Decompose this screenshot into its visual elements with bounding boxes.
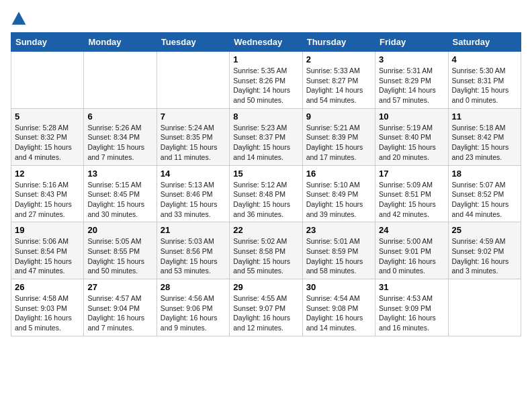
day-number: 9 bbox=[306, 111, 371, 122]
day-number: 4 bbox=[452, 54, 517, 64]
calendar-table: SundayMondayTuesdayWednesdayThursdayFrid… bbox=[11, 32, 521, 336]
day-info: Sunrise: 5:01 AMSunset: 8:59 PMDaylight:… bbox=[306, 236, 371, 276]
day-info: Sunrise: 5:10 AMSunset: 8:49 PMDaylight:… bbox=[306, 180, 371, 220]
calendar-cell: 11Sunrise: 5:18 AMSunset: 8:42 PMDayligh… bbox=[448, 108, 521, 165]
calendar-week-row: 19Sunrise: 5:06 AMSunset: 8:54 PMDayligh… bbox=[11, 222, 521, 279]
weekday-row: SundayMondayTuesdayWednesdayThursdayFrid… bbox=[11, 33, 521, 52]
calendar-cell: 10Sunrise: 5:19 AMSunset: 8:40 PMDayligh… bbox=[375, 108, 448, 165]
svg-marker-0 bbox=[12, 12, 26, 25]
day-number: 30 bbox=[306, 282, 371, 292]
calendar-cell bbox=[448, 279, 521, 336]
weekday-header: Saturday bbox=[448, 33, 521, 52]
calendar-cell: 29Sunrise: 4:55 AMSunset: 9:07 PMDayligh… bbox=[230, 279, 302, 336]
day-info: Sunrise: 5:05 AMSunset: 8:55 PMDaylight:… bbox=[87, 236, 152, 276]
weekday-header: Friday bbox=[375, 33, 448, 52]
day-number: 20 bbox=[87, 225, 152, 235]
day-number: 5 bbox=[15, 111, 80, 122]
day-info: Sunrise: 5:24 AMSunset: 8:35 PMDaylight:… bbox=[161, 123, 226, 163]
day-number: 11 bbox=[452, 111, 517, 122]
calendar-cell: 6Sunrise: 5:26 AMSunset: 8:34 PMDaylight… bbox=[84, 108, 157, 165]
day-number: 10 bbox=[379, 111, 444, 122]
calendar-cell: 28Sunrise: 4:56 AMSunset: 9:06 PMDayligh… bbox=[157, 279, 229, 336]
day-number: 27 bbox=[87, 282, 152, 292]
weekday-header: Tuesday bbox=[157, 33, 229, 52]
day-number: 7 bbox=[161, 111, 226, 122]
day-number: 12 bbox=[15, 169, 80, 179]
day-info: Sunrise: 5:07 AMSunset: 8:52 PMDaylight:… bbox=[452, 180, 517, 220]
calendar-body: 1Sunrise: 5:35 AMSunset: 8:26 PMDaylight… bbox=[11, 52, 521, 336]
logo-icon bbox=[11, 11, 27, 27]
calendar-cell: 17Sunrise: 5:09 AMSunset: 8:51 PMDayligh… bbox=[375, 165, 448, 222]
calendar-cell: 4Sunrise: 5:30 AMSunset: 8:31 PMDaylight… bbox=[448, 52, 521, 109]
calendar-cell: 3Sunrise: 5:31 AMSunset: 8:29 PMDaylight… bbox=[375, 52, 448, 109]
day-info: Sunrise: 5:23 AMSunset: 8:37 PMDaylight:… bbox=[233, 123, 298, 163]
day-info: Sunrise: 4:58 AMSunset: 9:03 PMDaylight:… bbox=[15, 293, 80, 333]
weekday-header: Monday bbox=[84, 33, 157, 52]
day-number: 1 bbox=[233, 54, 298, 64]
calendar-cell: 21Sunrise: 5:03 AMSunset: 8:56 PMDayligh… bbox=[157, 222, 229, 279]
day-number: 17 bbox=[379, 169, 444, 179]
day-info: Sunrise: 5:35 AMSunset: 8:26 PMDaylight:… bbox=[233, 66, 298, 105]
day-number: 15 bbox=[233, 169, 298, 179]
calendar-cell: 24Sunrise: 5:00 AMSunset: 9:01 PMDayligh… bbox=[375, 222, 448, 279]
weekday-header: Thursday bbox=[302, 33, 375, 52]
calendar-cell bbox=[157, 52, 229, 109]
calendar-cell: 13Sunrise: 5:15 AMSunset: 8:45 PMDayligh… bbox=[84, 165, 157, 222]
calendar-cell: 12Sunrise: 5:16 AMSunset: 8:43 PMDayligh… bbox=[11, 165, 84, 222]
calendar-cell: 14Sunrise: 5:13 AMSunset: 8:46 PMDayligh… bbox=[157, 165, 229, 222]
calendar-cell: 8Sunrise: 5:23 AMSunset: 8:37 PMDaylight… bbox=[230, 108, 302, 165]
day-number: 28 bbox=[161, 282, 226, 292]
day-info: Sunrise: 5:15 AMSunset: 8:45 PMDaylight:… bbox=[87, 180, 152, 220]
day-info: Sunrise: 5:33 AMSunset: 8:27 PMDaylight:… bbox=[306, 66, 371, 105]
day-info: Sunrise: 4:53 AMSunset: 9:09 PMDaylight:… bbox=[379, 293, 444, 333]
logo bbox=[11, 11, 30, 27]
calendar-cell: 5Sunrise: 5:28 AMSunset: 8:32 PMDaylight… bbox=[11, 108, 84, 165]
calendar-cell: 20Sunrise: 5:05 AMSunset: 8:55 PMDayligh… bbox=[84, 222, 157, 279]
day-info: Sunrise: 5:06 AMSunset: 8:54 PMDaylight:… bbox=[15, 236, 80, 276]
day-number: 29 bbox=[233, 282, 298, 292]
day-number: 18 bbox=[452, 169, 517, 179]
day-info: Sunrise: 5:30 AMSunset: 8:31 PMDaylight:… bbox=[452, 66, 517, 105]
calendar-cell: 31Sunrise: 4:53 AMSunset: 9:09 PMDayligh… bbox=[375, 279, 448, 336]
calendar-cell: 7Sunrise: 5:24 AMSunset: 8:35 PMDaylight… bbox=[157, 108, 229, 165]
day-info: Sunrise: 4:59 AMSunset: 9:02 PMDaylight:… bbox=[452, 236, 517, 276]
calendar-header: SundayMondayTuesdayWednesdayThursdayFrid… bbox=[11, 33, 521, 52]
weekday-header: Wednesday bbox=[230, 33, 302, 52]
day-number: 25 bbox=[452, 225, 517, 235]
calendar-week-row: 26Sunrise: 4:58 AMSunset: 9:03 PMDayligh… bbox=[11, 279, 521, 336]
calendar-cell: 23Sunrise: 5:01 AMSunset: 8:59 PMDayligh… bbox=[302, 222, 375, 279]
day-number: 24 bbox=[379, 225, 444, 235]
calendar-cell bbox=[84, 52, 157, 109]
day-info: Sunrise: 5:00 AMSunset: 9:01 PMDaylight:… bbox=[379, 236, 444, 276]
day-number: 19 bbox=[15, 225, 80, 235]
day-info: Sunrise: 4:54 AMSunset: 9:08 PMDaylight:… bbox=[306, 293, 371, 333]
calendar-week-row: 12Sunrise: 5:16 AMSunset: 8:43 PMDayligh… bbox=[11, 165, 521, 222]
day-number: 14 bbox=[161, 169, 226, 179]
calendar-cell: 19Sunrise: 5:06 AMSunset: 8:54 PMDayligh… bbox=[11, 222, 84, 279]
day-number: 8 bbox=[233, 111, 298, 122]
calendar-cell: 15Sunrise: 5:12 AMSunset: 8:48 PMDayligh… bbox=[230, 165, 302, 222]
day-number: 22 bbox=[233, 225, 298, 235]
day-info: Sunrise: 5:21 AMSunset: 8:39 PMDaylight:… bbox=[306, 123, 371, 163]
day-number: 23 bbox=[306, 225, 371, 235]
day-number: 16 bbox=[306, 169, 371, 179]
calendar-week-row: 5Sunrise: 5:28 AMSunset: 8:32 PMDaylight… bbox=[11, 108, 521, 165]
calendar-week-row: 1Sunrise: 5:35 AMSunset: 8:26 PMDaylight… bbox=[11, 52, 521, 109]
calendar-cell: 30Sunrise: 4:54 AMSunset: 9:08 PMDayligh… bbox=[302, 279, 375, 336]
calendar-cell: 22Sunrise: 5:02 AMSunset: 8:58 PMDayligh… bbox=[230, 222, 302, 279]
day-info: Sunrise: 4:56 AMSunset: 9:06 PMDaylight:… bbox=[161, 293, 226, 333]
day-info: Sunrise: 5:13 AMSunset: 8:46 PMDaylight:… bbox=[161, 180, 226, 220]
day-info: Sunrise: 5:26 AMSunset: 8:34 PMDaylight:… bbox=[87, 123, 152, 163]
day-info: Sunrise: 5:18 AMSunset: 8:42 PMDaylight:… bbox=[452, 123, 517, 163]
page-header bbox=[11, 11, 521, 27]
calendar-cell: 9Sunrise: 5:21 AMSunset: 8:39 PMDaylight… bbox=[302, 108, 375, 165]
calendar-cell: 26Sunrise: 4:58 AMSunset: 9:03 PMDayligh… bbox=[11, 279, 84, 336]
calendar-cell: 18Sunrise: 5:07 AMSunset: 8:52 PMDayligh… bbox=[448, 165, 521, 222]
day-number: 2 bbox=[306, 54, 371, 64]
day-info: Sunrise: 4:57 AMSunset: 9:04 PMDaylight:… bbox=[87, 293, 152, 333]
calendar-cell: 25Sunrise: 4:59 AMSunset: 9:02 PMDayligh… bbox=[448, 222, 521, 279]
day-info: Sunrise: 4:55 AMSunset: 9:07 PMDaylight:… bbox=[233, 293, 298, 333]
weekday-header: Sunday bbox=[11, 33, 84, 52]
day-info: Sunrise: 5:02 AMSunset: 8:58 PMDaylight:… bbox=[233, 236, 298, 276]
day-number: 6 bbox=[87, 111, 152, 122]
